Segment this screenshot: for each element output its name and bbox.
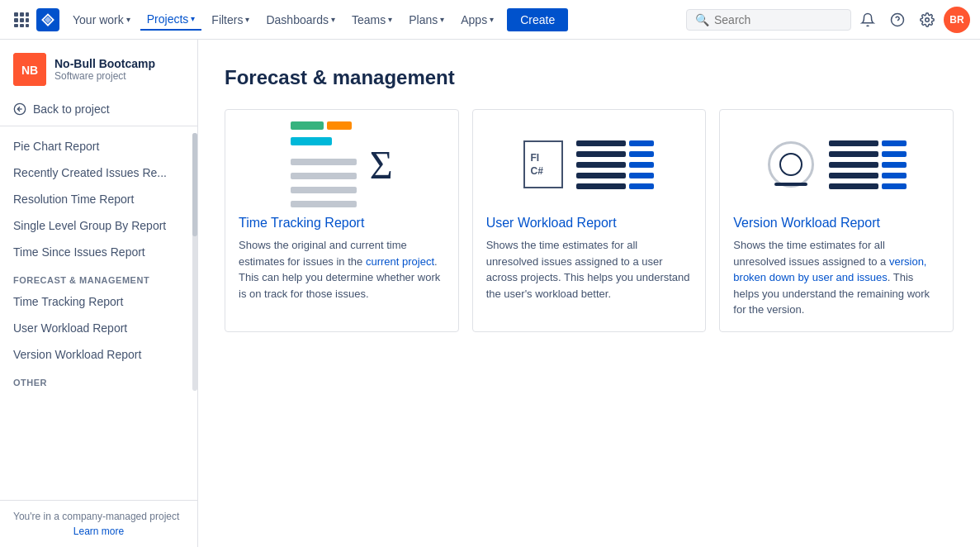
nav-filters[interactable]: Filters ▾ <box>205 10 256 30</box>
svg-rect-5 <box>26 18 29 22</box>
illus-line <box>829 183 878 189</box>
scrollbar-thumb[interactable] <box>192 133 197 236</box>
bar-blue <box>291 137 332 145</box>
svg-rect-8 <box>26 24 29 27</box>
create-button[interactable]: Create <box>507 8 568 31</box>
nav-dashboards[interactable]: Dashboards ▾ <box>259 10 342 30</box>
illus-line <box>629 183 654 189</box>
search-icon: 🔍 <box>695 13 709 26</box>
svg-rect-1 <box>20 12 24 17</box>
sigma-icon: Σ <box>370 142 393 188</box>
sidebar-item-single-level[interactable]: Single Level Group By Report <box>0 212 191 239</box>
version-workload-title[interactable]: Version Workload Report <box>733 216 940 231</box>
sidebar-project: NB No-Bull Bootcamp Software project <box>0 40 197 96</box>
svg-rect-7 <box>20 24 24 27</box>
jira-logo[interactable] <box>36 8 59 31</box>
illus-line <box>882 162 907 168</box>
notifications-button[interactable] <box>855 7 881 33</box>
illus-line <box>576 140 626 146</box>
user-workload-title[interactable]: User Workload Report <box>486 216 693 231</box>
nav-your-work[interactable]: Your work ▾ <box>66 10 137 30</box>
nav-apps[interactable]: Apps ▾ <box>454 10 500 30</box>
chevron-down-icon: ▾ <box>490 15 494 24</box>
footer-text: You're in a company-managed project <box>13 511 184 522</box>
sidebar: NB No-Bull Bootcamp Software project Bac… <box>0 40 198 547</box>
search-bar[interactable]: 🔍 <box>686 9 851 31</box>
time-tracking-title[interactable]: Time Tracking Report <box>239 216 445 231</box>
user-workload-card[interactable]: FI C# <box>472 109 707 332</box>
svg-rect-4 <box>20 18 24 22</box>
sidebar-divider <box>0 126 197 126</box>
chevron-down-icon: ▾ <box>191 14 195 23</box>
main-content: Forecast & management <box>198 40 980 547</box>
illus-line <box>629 173 654 178</box>
svg-rect-0 <box>14 12 18 17</box>
app-layout: NB No-Bull Bootcamp Software project Bac… <box>0 40 980 547</box>
svg-text:NB: NB <box>21 64 38 77</box>
avatar[interactable]: BR <box>944 7 970 33</box>
gauge-icon <box>766 140 816 189</box>
illus-line <box>629 151 654 157</box>
chevron-down-icon: ▾ <box>388 15 392 24</box>
nav-projects[interactable]: Projects ▾ <box>140 9 202 31</box>
illus-line <box>576 183 626 189</box>
nav-teams[interactable]: Teams ▾ <box>345 10 399 30</box>
user-workload-desc: Shows the time estimates for all unresol… <box>486 237 693 302</box>
illus-line <box>882 151 907 157</box>
project-type: Software project <box>54 70 155 82</box>
back-to-project[interactable]: Back to project <box>0 96 197 122</box>
illus-line <box>576 162 626 168</box>
cards-grid: Σ Time Tracking Report Shows the origina… <box>225 109 954 332</box>
sidebar-footer: You're in a company-managed project Lear… <box>0 500 197 547</box>
bar-orange <box>327 121 352 130</box>
scrollbar-track[interactable] <box>192 133 197 391</box>
illus-line <box>882 140 907 146</box>
version-lines <box>829 140 907 189</box>
illus-line <box>829 140 878 146</box>
top-navigation: Your work ▾ Projects ▾ Filters ▾ Dashboa… <box>0 0 980 40</box>
version-workload-card[interactable]: Version Workload Report Shows the time e… <box>719 109 954 332</box>
sidebar-navigation: Pie Chart Report Recently Created Issues… <box>0 130 197 500</box>
page-title: Forecast & management <box>225 66 954 89</box>
chevron-down-icon: ▾ <box>440 15 444 24</box>
illus-line <box>829 173 878 178</box>
grid-icon[interactable] <box>10 8 33 31</box>
search-input[interactable] <box>714 13 830 26</box>
version-workload-desc: Shows the time estimates for all unresol… <box>733 237 940 318</box>
svg-rect-2 <box>26 12 29 17</box>
illus-line <box>629 140 654 146</box>
sidebar-item-recently-created[interactable]: Recently Created Issues Re... <box>0 159 191 186</box>
link-current-project[interactable]: current project <box>366 255 434 268</box>
sidebar-item-resolution-time[interactable]: Resolution Time Report <box>0 186 191 212</box>
nav-plans[interactable]: Plans ▾ <box>402 10 451 30</box>
link-version[interactable]: version, broken down by user and issues <box>733 255 926 284</box>
sidebar-item-user-workload[interactable]: User Workload Report <box>0 315 191 341</box>
sidebar-item-version-workload[interactable]: Version Workload Report <box>0 341 191 368</box>
illus-line <box>829 151 878 157</box>
document-icon: FI C# <box>523 140 563 188</box>
sidebar-item-time-tracking[interactable]: Time Tracking Report <box>0 288 191 315</box>
project-name: No-Bull Bootcamp <box>54 57 155 70</box>
illus-line <box>882 183 907 189</box>
time-tracking-card[interactable]: Σ Time Tracking Report Shows the origina… <box>225 109 459 332</box>
svg-point-11 <box>926 17 930 21</box>
help-button[interactable] <box>884 7 911 33</box>
svg-rect-6 <box>14 24 18 27</box>
sidebar-section-other: OTHER <box>0 368 191 391</box>
version-workload-illustration <box>733 123 940 206</box>
learn-more-link[interactable]: Learn more <box>13 526 184 537</box>
illus-line <box>576 173 626 178</box>
illus-line <box>882 173 907 178</box>
chevron-down-icon: ▾ <box>245 15 249 24</box>
bar-gray-2 <box>291 173 357 179</box>
bar-gray-1 <box>291 159 357 165</box>
chevron-down-icon: ▾ <box>331 15 335 24</box>
settings-button[interactable] <box>914 7 940 33</box>
user-workload-illustration: FI C# <box>486 123 693 206</box>
sidebar-item-time-since[interactable]: Time Since Issues Report <box>0 239 191 265</box>
illus-line <box>829 162 878 168</box>
sidebar-item-pie-chart[interactable]: Pie Chart Report <box>0 133 191 159</box>
time-tracking-illustration: Σ <box>239 123 445 206</box>
illus-line <box>629 162 654 168</box>
svg-rect-3 <box>14 18 18 22</box>
